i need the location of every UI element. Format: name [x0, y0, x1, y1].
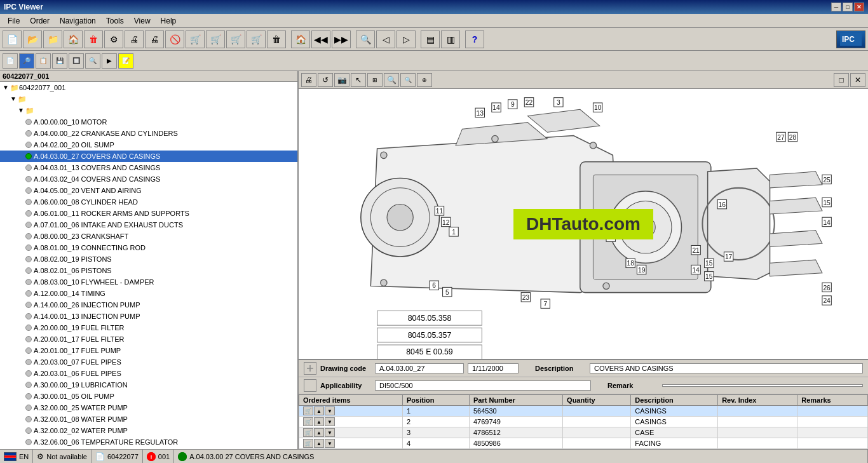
table-row[interactable]: 🛒 ▲ ▼ 34786512CASE — [299, 427, 868, 438]
list-item[interactable]: A.20.03.01_06 FUEL PIPES — [0, 368, 297, 379]
row-actions[interactable]: 🛒 ▲ ▼ — [299, 438, 403, 449]
down-btn[interactable]: ▼ — [325, 439, 335, 448]
open-button[interactable]: 📂 — [23, 30, 42, 48]
list-item[interactable]: A.08.02.01_06 PISTONS — [0, 265, 297, 276]
list-item[interactable]: A.07.01.00_06 INTAKE AND EXHAUST DUCTS — [0, 219, 297, 231]
down-btn[interactable]: ▼ — [325, 406, 335, 415]
list-item[interactable]: A.30.00.01_05 OIL PUMP — [0, 391, 297, 402]
parts-table-area[interactable]: Ordered items Position Part Number Quant… — [299, 394, 868, 449]
small-btn7[interactable]: ▶ — [102, 53, 117, 69]
list-item[interactable]: A.04.03.02_04 COVERS AND CASINGS — [0, 173, 297, 185]
zoom-in-btn[interactable]: 🔍 — [384, 73, 399, 87]
menu-tools[interactable]: Tools — [101, 15, 129, 27]
print2-button[interactable]: 🖨 — [145, 30, 164, 48]
list-item[interactable]: A.20.03.00_07 FUEL PIPES — [0, 356, 297, 368]
settings-button[interactable]: ⚙ — [104, 30, 123, 48]
tree-root[interactable]: ▼ 📁 60422077_001 — [0, 82, 297, 93]
list-item[interactable]: A.06.00.00_08 CYLINDER HEAD — [0, 196, 297, 208]
zoom-region-btn[interactable]: ⊕ — [417, 73, 432, 87]
list-item[interactable]: A.20.00.00_19 FUEL FILTER — [0, 322, 297, 333]
tree-l1[interactable]: ▼ 📁 — [0, 93, 297, 105]
row-actions[interactable]: 🛒 ▲ ▼ — [299, 406, 403, 417]
up-btn[interactable]: ▲ — [314, 439, 324, 448]
maximize-diagram-btn[interactable]: □ — [834, 73, 849, 87]
camera-btn[interactable]: 📷 — [334, 73, 349, 87]
table-row[interactable]: 🛒 ▲ ▼ 24769749CASINGS — [299, 417, 868, 427]
layout2-button[interactable]: ▥ — [441, 30, 460, 48]
list-item[interactable]: A.08.02.00_19 PISTONS — [0, 253, 297, 265]
menu-file[interactable]: File — [3, 15, 25, 27]
add-cart-btn[interactable]: 🛒 — [303, 439, 313, 448]
zoom-fit-btn[interactable]: ⊞ — [367, 73, 383, 87]
list-item-selected[interactable]: A.04.03.00_27 COVERS AND CASINGS — [0, 151, 297, 162]
list-item[interactable]: A.08.03.00_10 FLYWHEEL - DAMPER — [0, 276, 297, 288]
small-btn5[interactable]: 🔲 — [69, 53, 84, 69]
list-item[interactable]: A.12.00.00_14 TIMING — [0, 288, 297, 299]
row-actions[interactable]: 🛒 ▲ ▼ — [299, 427, 403, 438]
list-item[interactable]: A.32.06.01_06 TEMPERATURE REGULATOR — [0, 448, 297, 449]
list-item[interactable]: A.00.00.00_10 MOTOR — [0, 116, 297, 128]
list-item[interactable]: A.06.01.00_11 ROCKER ARMS AND SUPPORTS — [0, 208, 297, 219]
forward-button[interactable]: ▷ — [397, 30, 416, 48]
add-cart-btn[interactable]: 🛒 — [303, 417, 313, 426]
print-button[interactable]: 🖨 — [125, 30, 144, 48]
no-icon[interactable]: 🚫 — [165, 30, 184, 48]
up-btn[interactable]: ▲ — [314, 417, 324, 426]
down-btn[interactable]: ▼ — [325, 428, 335, 437]
small-btn8[interactable]: 📝 — [118, 53, 133, 69]
tree-area[interactable]: ▼ 📁 60422077_001 ▼ 📁 ▼ 📁 A.00.00.00_10 M… — [0, 82, 297, 449]
new-button[interactable]: 📄 — [3, 30, 22, 48]
trash-button[interactable]: 🗑 — [267, 30, 286, 48]
table-row[interactable]: 🛒 ▲ ▼ 44850986FACING — [299, 438, 868, 449]
close-button[interactable]: ✕ — [854, 3, 864, 11]
up-btn[interactable]: ▲ — [314, 406, 324, 415]
small-btn1[interactable]: 📄 — [3, 53, 18, 69]
zoom-out-btn[interactable]: 🔍 — [400, 73, 416, 87]
list-item[interactable]: A.04.05.00_20 VENT AND AIRING — [0, 185, 297, 196]
next-button[interactable]: ▶▶ — [332, 30, 351, 48]
list-item[interactable]: A.04.02.00_20 OIL SUMP — [0, 139, 297, 151]
delete-button[interactable]: 🗑 — [84, 30, 103, 48]
print-btn[interactable]: 🖨 — [301, 73, 316, 87]
small-btn2[interactable]: 🔎 — [19, 53, 34, 69]
list-item[interactable]: A.20.00.01_17 FUEL FILTER — [0, 333, 297, 345]
list-item[interactable]: A.08.01.00_19 CONNECTING ROD — [0, 242, 297, 253]
cursor-btn[interactable]: ↖ — [351, 73, 366, 87]
cart3-button[interactable]: 🛒 — [226, 30, 245, 48]
refresh-btn[interactable]: ↺ — [318, 73, 333, 87]
list-item[interactable]: A.32.00.01_08 WATER PUMP — [0, 413, 297, 425]
minimize-button[interactable]: ─ — [831, 3, 841, 11]
cart4-button[interactable]: 🛒 — [247, 30, 266, 48]
close-diagram-btn[interactable]: ✕ — [850, 73, 865, 87]
list-item[interactable]: A.08.00.00_23 CRANKSHAFT — [0, 231, 297, 242]
menu-view[interactable]: View — [129, 15, 156, 27]
layout1-button[interactable]: ▤ — [421, 30, 440, 48]
list-item[interactable]: A.20.01.00_17 FUEL PUMP — [0, 345, 297, 356]
list-item[interactable]: A.32.00.00_25 WATER PUMP — [0, 402, 297, 413]
list-item[interactable]: A.14.00.00_26 INJECTION PUMP — [0, 299, 297, 311]
list-item[interactable]: A.32.00.02_02 WATER PUMP — [0, 425, 297, 436]
back-button[interactable]: ◁ — [376, 30, 395, 48]
small-btn3[interactable]: 📋 — [36, 53, 51, 69]
menu-order[interactable]: Order — [25, 15, 55, 27]
prev-button[interactable]: ◀◀ — [311, 30, 330, 48]
list-item[interactable]: A.04.03.01_13 COVERS AND CASINGS — [0, 162, 297, 173]
list-item[interactable]: A.14.00.01_13 INJECTION PUMP — [0, 311, 297, 322]
list-item[interactable]: A.04.00.00_22 CRANKASE AND CYLINDERS — [0, 128, 297, 139]
tree-l2[interactable]: ▼ 📁 — [0, 105, 297, 116]
menu-help[interactable]: Help — [156, 15, 182, 27]
list-item[interactable]: A.30.00.00_19 LUBRICATION — [0, 379, 297, 391]
small-btn4[interactable]: 💾 — [52, 53, 67, 69]
cart2-button[interactable]: 🛒 — [206, 30, 225, 48]
maximize-button[interactable]: □ — [843, 3, 853, 11]
up-btn[interactable]: ▲ — [314, 428, 324, 437]
cart-button[interactable]: 🛒 — [186, 30, 205, 48]
list-item[interactable]: A.32.06.00_06 TEMPERATURE REGULATOR — [0, 436, 297, 448]
row-actions[interactable]: 🛒 ▲ ▼ — [299, 417, 403, 427]
search-button[interactable]: 🔍 — [356, 30, 375, 48]
add-cart-btn[interactable]: 🛒 — [303, 428, 313, 437]
help-icon[interactable]: ? — [465, 30, 484, 48]
table-row[interactable]: 🛒 ▲ ▼ 1564530CASINGS — [299, 406, 868, 417]
small-btn6[interactable]: 🔍 — [85, 53, 100, 69]
down-btn[interactable]: ▼ — [325, 417, 335, 426]
